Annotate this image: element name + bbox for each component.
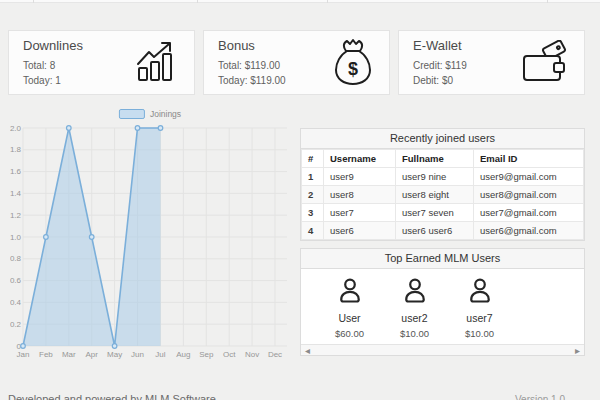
- row-fullname: user7 seven: [396, 204, 474, 222]
- recently-joined-users-title: Recently joined users: [301, 129, 584, 149]
- ewallet-title: E-Wallet: [413, 38, 467, 53]
- scroll-right-arrow[interactable]: ▸: [575, 346, 580, 355]
- col-header-fullname: Fullname: [396, 150, 474, 168]
- top-earned-user-amount: $10.00: [382, 328, 447, 339]
- row-username: user6: [324, 222, 396, 240]
- col-header-username: Username: [324, 150, 396, 168]
- svg-text:1.2: 1.2: [10, 211, 22, 220]
- footer-version-text: Version 1.0: [515, 394, 565, 400]
- svg-text:Feb: Feb: [39, 350, 53, 359]
- downlines-card: Downlines Total: 8 Today: 1: [8, 30, 195, 95]
- svg-text:Sep: Sep: [199, 350, 214, 359]
- ewallet-card-text: E-Wallet Credit: $119 Debit: $0: [413, 38, 467, 88]
- table-row: 3 user7 user7 seven user7@gmail.com: [302, 204, 584, 222]
- top-earned-user-amount: $10.00: [447, 328, 512, 339]
- row-fullname: user6 user6: [396, 222, 474, 240]
- svg-text:Mar: Mar: [62, 350, 76, 359]
- table-header-row: # Username Fullname Email ID: [302, 150, 584, 168]
- svg-text:1.4: 1.4: [10, 189, 22, 198]
- row-email: user6@gmail.com: [474, 222, 584, 240]
- row-email: user9@gmail.com: [474, 168, 584, 186]
- col-header-index: #: [302, 150, 324, 168]
- svg-text:Dec: Dec: [268, 350, 282, 359]
- svg-text:Jan: Jan: [17, 350, 30, 359]
- downlines-total: Total: 8: [23, 58, 83, 73]
- svg-text:Aug: Aug: [176, 350, 190, 359]
- svg-text:1.0: 1.0: [10, 233, 22, 242]
- top-earned-users-list: User $60.00 user2 $10.00 user7 $10.00: [301, 269, 584, 344]
- horizontal-scrollbar[interactable]: ◂ ▸: [301, 344, 584, 355]
- col-header-email: Email ID: [474, 150, 584, 168]
- row-email: user7@gmail.com: [474, 204, 584, 222]
- person-icon: [336, 292, 364, 309]
- joinings-area-chart-canvas: 00.20.40.60.81.01.21.41.61.82.0JanFebMar…: [10, 105, 290, 365]
- legend-swatch-joinings: [119, 109, 145, 119]
- ewallet-debit: Debit: $0: [413, 73, 467, 88]
- row-username: user7: [324, 204, 396, 222]
- svg-text:Jun: Jun: [131, 350, 144, 359]
- svg-text:0.2: 0.2: [10, 320, 22, 329]
- top-earned-user: user2 $10.00: [382, 276, 447, 339]
- top-earned-user-name: user7: [447, 312, 512, 324]
- svg-text:0.8: 0.8: [10, 254, 22, 263]
- svg-text:2.0: 2.0: [10, 124, 22, 133]
- svg-text:1.6: 1.6: [10, 167, 22, 176]
- svg-text:0.4: 0.4: [10, 298, 22, 307]
- svg-text:Nov: Nov: [245, 350, 259, 359]
- table-row: 2 user8 user8 eight user8@gmail.com: [302, 186, 584, 204]
- row-index: 4: [302, 222, 324, 240]
- joinings-chart: Joinings 00.20.40.60.81.01.21.41.61.82.0…: [10, 105, 290, 365]
- stat-cards-row: Downlines Total: 8 Today: 1 Bonus Total:…: [8, 30, 585, 95]
- row-index: 1: [302, 168, 324, 186]
- bonus-title: Bonus: [218, 38, 286, 53]
- svg-text:Oct: Oct: [223, 350, 236, 359]
- svg-text:Apr: Apr: [86, 350, 99, 359]
- top-earned-user-amount: $60.00: [317, 328, 382, 339]
- table-row: 1 user9 user9 nine user9@gmail.com: [302, 168, 584, 186]
- top-earned-user: user7 $10.00: [447, 276, 512, 339]
- person-icon: [401, 292, 429, 309]
- top-earned-users-title: Top Earned MLM Users: [301, 249, 584, 269]
- downlines-card-text: Downlines Total: 8 Today: 1: [23, 38, 83, 88]
- row-index: 3: [302, 204, 324, 222]
- svg-text:0.6: 0.6: [10, 276, 22, 285]
- bonus-today: Today: $119.00: [218, 73, 286, 88]
- money-bag-icon: $: [319, 37, 375, 89]
- bonus-card-text: Bonus Total: $119.00 Today: $119.00: [218, 38, 286, 88]
- downlines-title: Downlines: [23, 38, 83, 53]
- legend-label-joinings: Joinings: [150, 109, 181, 119]
- recently-joined-users-panel: Recently joined users # Username Fullnam…: [300, 128, 585, 241]
- ewallet-credit: Credit: $119: [413, 58, 467, 73]
- svg-text:May: May: [107, 350, 122, 359]
- ewallet-card: E-Wallet Credit: $119 Debit: $0: [398, 30, 585, 95]
- browser-chrome-strip: [0, 0, 600, 3]
- person-icon: [466, 292, 494, 309]
- top-earned-user-name: user2: [382, 312, 447, 324]
- row-fullname: user8 eight: [396, 186, 474, 204]
- chart-legend: Joinings: [119, 109, 181, 119]
- downlines-today: Today: 1: [23, 73, 83, 88]
- growth-chart-icon: [124, 41, 180, 85]
- row-index: 2: [302, 186, 324, 204]
- wallet-icon: [514, 40, 570, 86]
- bonus-card: Bonus Total: $119.00 Today: $119.00 $: [203, 30, 390, 95]
- footer-credit-text: Developed and powered by MLM Software: [8, 393, 216, 400]
- top-earned-user-name: User: [317, 312, 382, 324]
- row-fullname: user9 nine: [396, 168, 474, 186]
- scroll-left-arrow[interactable]: ◂: [305, 346, 310, 355]
- svg-text:1.8: 1.8: [10, 145, 22, 154]
- table-row: 4 user6 user6 user6 user6@gmail.com: [302, 222, 584, 240]
- bonus-total: Total: $119.00: [218, 58, 286, 73]
- row-username: user8: [324, 186, 396, 204]
- top-earned-users-panel: Top Earned MLM Users User $60.00 user2 $…: [300, 248, 585, 356]
- row-username: user9: [324, 168, 396, 186]
- recent-users-table: # Username Fullname Email ID 1 user9 use…: [301, 149, 584, 240]
- svg-text:$: $: [348, 59, 358, 79]
- svg-text:Jul: Jul: [155, 350, 165, 359]
- row-email: user8@gmail.com: [474, 186, 584, 204]
- top-earned-user: User $60.00: [317, 276, 382, 339]
